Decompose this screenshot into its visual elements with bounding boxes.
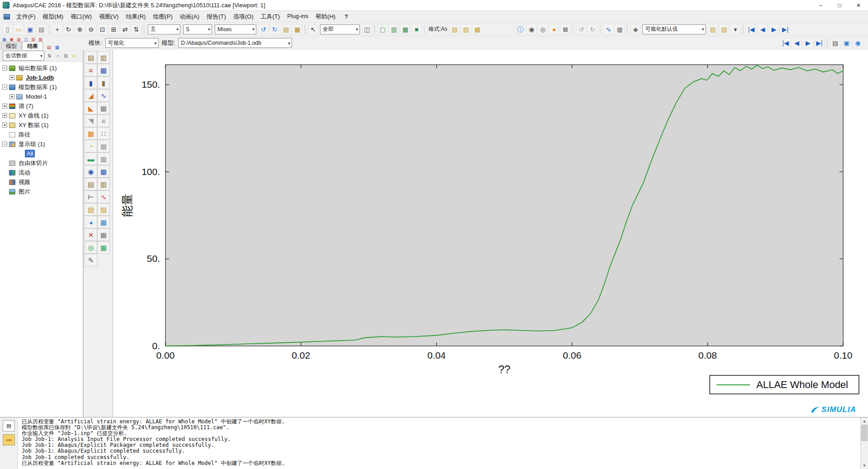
- probe-values-icon[interactable]: ⊠: [560, 24, 571, 34]
- tree-item[interactable]: 自由体切片: [0, 158, 83, 168]
- state-legend-icon[interactable]: ◎: [538, 24, 548, 34]
- dropdown-icon[interactable]: ▾: [730, 24, 741, 34]
- mini-plot-icon[interactable]: ∿: [97, 89, 110, 102]
- zigzag-plot-icon[interactable]: ∿: [97, 190, 110, 203]
- expander-icon[interactable]: [2, 66, 7, 71]
- tree-item[interactable]: 显示组 (1): [0, 139, 83, 149]
- highlight-icon[interactable]: ●: [549, 24, 559, 34]
- next-frame-icon[interactable]: ▶: [803, 38, 813, 48]
- new-file-icon[interactable]: ▯: [2, 24, 13, 34]
- open-file-icon[interactable]: ▭: [14, 24, 24, 34]
- model-combo[interactable]: D:/Abaqus/Commands/Job-1.odb: [178, 38, 292, 48]
- menu-item[interactable]: Plug-ins: [283, 11, 312, 22]
- tree-item[interactable]: XY 曲线 (1): [0, 111, 83, 120]
- pan-view-icon[interactable]: +: [52, 24, 62, 34]
- field-output-dialog-icon[interactable]: ▤: [281, 24, 291, 34]
- pen-tool-icon[interactable]: ✎: [85, 254, 97, 266]
- fit-view-icon[interactable]: ⊞: [108, 24, 119, 34]
- print-icon[interactable]: ▤: [36, 24, 47, 34]
- pie-table-icon[interactable]: ▦: [97, 216, 110, 228]
- dotted-table-2-icon[interactable]: ▦: [97, 152, 110, 165]
- search-icon[interactable]: ○: [54, 52, 61, 59]
- stacked-bars-icon[interactable]: ▮: [85, 76, 97, 89]
- menu-item[interactable]: 文件(F): [13, 11, 39, 22]
- tree-options-icon[interactable]: ▦: [53, 44, 61, 50]
- redo-icon[interactable]: ↻: [587, 24, 598, 34]
- gold-surface-2-icon[interactable]: ▨: [97, 203, 110, 216]
- tree-item[interactable]: XY 数据 (1): [0, 120, 83, 130]
- save-icon[interactable]: ▣: [25, 24, 35, 34]
- dot-grid-icon[interactable]: ∷: [97, 127, 110, 140]
- wireframe-render-icon[interactable]: ▢: [377, 24, 388, 34]
- tab-results[interactable]: 结果: [22, 42, 43, 50]
- spin-icon[interactable]: ⇅: [46, 52, 53, 59]
- orange-grid-icon[interactable]: ▦: [85, 127, 97, 140]
- field-output-combo[interactable]: S: [183, 24, 212, 34]
- scrollbar-thumb[interactable]: [861, 425, 868, 441]
- previous-frame-icon[interactable]: ◀: [757, 24, 768, 34]
- select-cursor-icon[interactable]: ↖: [308, 24, 318, 34]
- display-group-combo[interactable]: 全部: [320, 24, 360, 34]
- defaults-combo[interactable]: 可视化默认值: [642, 24, 706, 34]
- menu-item[interactable]: 结果(R): [122, 11, 149, 22]
- menu-item[interactable]: 模型(M): [39, 11, 67, 22]
- spectrum-bar-icon[interactable]: ▬: [85, 152, 97, 165]
- collapse-all-icon[interactable]: ⊟: [62, 52, 70, 59]
- tree-item[interactable]: 图片: [0, 187, 83, 196]
- primary-variable-combo[interactable]: 主: [148, 24, 180, 34]
- tree-item[interactable]: Job-1.odb: [0, 73, 83, 82]
- view-cut-2-icon[interactable]: ▨: [461, 24, 471, 34]
- message-log-icon[interactable]: ▤: [3, 420, 15, 431]
- tree-item[interactable]: 流动: [0, 168, 83, 177]
- filled-render-icon[interactable]: ■: [411, 24, 422, 34]
- viewport-menu-icon[interactable]: [4, 14, 10, 19]
- box-zoom-icon[interactable]: ⊡: [97, 24, 108, 34]
- menu-item[interactable]: 选项(O): [230, 11, 257, 22]
- data-table-icon[interactable]: ▦: [97, 64, 110, 76]
- tab-model[interactable]: 模型: [1, 42, 22, 50]
- spectrum-clock-icon[interactable]: ◔: [85, 140, 97, 152]
- zoom-out-icon[interactable]: ⊖: [86, 24, 96, 34]
- frame-selector-icon[interactable]: ▦: [292, 24, 302, 34]
- xy-plot-icon[interactable]: ∿: [603, 24, 613, 34]
- sort-icon[interactable]: ⇅: [131, 24, 142, 34]
- sync-viewports-icon[interactable]: ↺: [258, 24, 269, 34]
- play-animation-icon[interactable]: ▶: [769, 24, 779, 34]
- menu-item[interactable]: 工具(T): [257, 11, 284, 22]
- lightbulb-icon[interactable]: ●: [70, 52, 78, 59]
- view-cut-3-icon[interactable]: ▩: [472, 24, 482, 34]
- tree-item[interactable]: Model-1: [0, 92, 83, 101]
- scroll-down-icon[interactable]: ▼: [861, 462, 868, 469]
- expand-tree-icon[interactable]: ▤: [45, 44, 53, 50]
- print-viewport-icon[interactable]: ▤: [830, 38, 840, 48]
- tree-item[interactable]: 谱 (7): [0, 101, 83, 111]
- expander-icon[interactable]: [2, 104, 7, 109]
- first-frame-icon[interactable]: |◀: [746, 24, 756, 34]
- snapshot-icon[interactable]: ▣: [841, 38, 852, 48]
- expander-icon[interactable]: [2, 123, 7, 128]
- contour-undeformed-icon[interactable]: ◥: [85, 114, 97, 127]
- contour-legend-icon[interactable]: ◉: [526, 24, 537, 34]
- expander-icon[interactable]: [9, 75, 14, 80]
- scrollbar-track[interactable]: [861, 425, 868, 462]
- pie-chart-icon[interactable]: ◕: [85, 216, 97, 228]
- report-xy-icon[interactable]: ▥: [97, 51, 110, 64]
- grid-table-icon[interactable]: ▦: [97, 102, 110, 114]
- contour-fan-deformed-icon[interactable]: ◣: [85, 102, 97, 114]
- globe-table-icon[interactable]: ▦: [97, 241, 110, 254]
- contour-fan-icon[interactable]: ◢: [85, 89, 97, 102]
- numbered-list-icon[interactable]: ≡: [85, 64, 97, 76]
- maximize-button[interactable]: □: [830, 0, 849, 10]
- matrix-gold-icon[interactable]: ▤: [85, 178, 97, 190]
- tree-item[interactable]: 路径: [0, 130, 83, 139]
- first-frame-icon[interactable]: |◀: [780, 38, 791, 48]
- composite-layup-icon[interactable]: ▨: [719, 24, 729, 34]
- zoom-in-icon[interactable]: ⊕: [75, 24, 85, 34]
- menu-item[interactable]: 帮助(H): [312, 11, 339, 22]
- undo-icon[interactable]: ↺: [576, 24, 586, 34]
- message-scrollbar[interactable]: ▲ ▼: [860, 417, 868, 469]
- refresh-odb-icon[interactable]: ↻: [269, 24, 280, 34]
- tree-item[interactable]: 视频: [0, 177, 83, 187]
- render-options-icon[interactable]: ▧: [708, 24, 718, 34]
- scroll-up-icon[interactable]: ▲: [861, 417, 868, 425]
